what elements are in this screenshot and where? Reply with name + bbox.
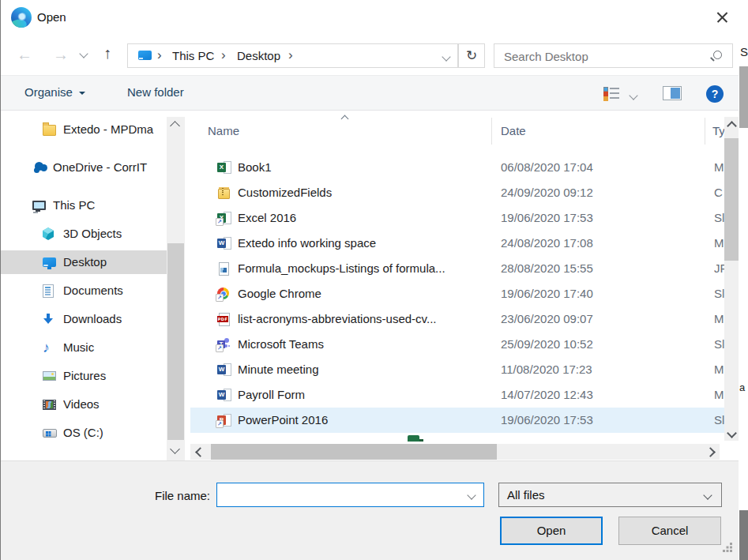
file-name-combobox[interactable] — [216, 483, 484, 507]
file-name: Book1 — [238, 160, 272, 174]
file-row-6[interactable]: Google Chrome 19/06/2020 17:40 Sl — [190, 281, 724, 306]
file-date: 14/07/2020 12:43 — [501, 388, 593, 401]
help-icon[interactable]: ? — [706, 85, 724, 103]
sidebar-item-documents[interactable]: Documents — [1, 279, 167, 303]
file-date: 24/09/2020 09:12 — [501, 186, 593, 199]
file-type-chevron-icon — [703, 490, 712, 499]
search-icon[interactable] — [713, 51, 722, 59]
address-dropdown-chevron-icon[interactable] — [442, 52, 450, 61]
background-text-fragment: S — [740, 45, 748, 58]
column-header-name[interactable]: Name — [208, 124, 239, 137]
file-type: C — [714, 186, 725, 199]
file-type: Sl — [714, 337, 725, 351]
music-icon — [43, 341, 54, 354]
view-mode-icon[interactable] — [603, 86, 620, 101]
file-name: Formula_mockups-Listings of formula... — [238, 261, 445, 275]
open-button[interactable]: Open — [500, 517, 603, 545]
dialog-title: Open — [37, 10, 66, 24]
new-folder-button[interactable]: New folder — [127, 85, 184, 99]
os-drive-icon — [43, 429, 57, 438]
column-divider[interactable] — [705, 118, 705, 145]
organise-caret-icon — [79, 92, 85, 95]
word-doc-icon — [217, 237, 231, 250]
sidebar-item-pictures[interactable]: Pictures — [1, 364, 167, 388]
refresh-button[interactable]: ↻ — [458, 43, 485, 68]
up-button[interactable]: ↑ — [103, 45, 111, 61]
list-horizontal-scrollbar-thumb[interactable] — [211, 444, 497, 460]
sidebar-item-os-c[interactable]: OS (C:) — [1, 421, 167, 445]
file-name-label: File name: — [96, 489, 210, 502]
file-row-7[interactable]: list-acronyms-abbreviations-used-cv... 2… — [190, 306, 724, 332]
command-bar: Organise New folder ? — [1, 75, 739, 111]
pdf-file-icon — [217, 313, 231, 325]
file-row-5[interactable]: Formula_mockups-Listings of formula... 2… — [190, 256, 724, 281]
zip-folder-icon — [217, 186, 231, 199]
breadcrumb-separator: › — [221, 47, 226, 63]
sidebar-item-videos[interactable]: Videos — [1, 393, 167, 416]
column-header-type[interactable]: Ty — [712, 124, 725, 137]
search-input[interactable] — [502, 47, 703, 66]
word-doc-icon — [217, 389, 231, 401]
shortcut-arrow-icon — [216, 344, 224, 352]
videos-icon — [43, 400, 56, 410]
chrome-icon — [217, 288, 231, 300]
breadcrumb-separator: › — [157, 47, 162, 63]
teams-icon — [217, 338, 231, 351]
file-row-8[interactable]: Microsoft Teams 25/09/2020 10:52 Sl — [190, 332, 724, 357]
preview-pane-icon[interactable] — [663, 86, 682, 100]
sidebar-item-extedo-mpdma[interactable]: Extedo - MPDma — [1, 118, 167, 141]
file-type: JF — [714, 261, 725, 275]
file-row-11[interactable]: PowerPoint 2016 19/06/2020 17:53 Sl — [190, 408, 724, 433]
resize-grip[interactable] — [723, 543, 734, 554]
search-box[interactable] — [494, 43, 733, 68]
recent-locations-chevron-icon[interactable] — [79, 49, 88, 58]
background-text-fragment: a — [739, 381, 745, 393]
sidebar-item-3d-objects[interactable]: 3D Objects — [1, 222, 167, 246]
sidebar-item-onedrive-corrit[interactable]: OneDrive - CorrIT — [1, 156, 167, 179]
file-name: CustomizedFields — [238, 186, 332, 199]
file-type: Sl — [714, 211, 725, 224]
column-divider[interactable] — [491, 118, 492, 145]
file-date: 23/06/2020 09:07 — [501, 312, 593, 325]
list-vertical-scrollbar-thumb[interactable] — [724, 138, 739, 261]
file-row-3[interactable]: Excel 2016 19/06/2020 17:53 Sl — [190, 205, 724, 231]
cancel-button[interactable]: Cancel — [618, 517, 721, 545]
sidebar-scrollbar-thumb[interactable] — [167, 243, 184, 440]
background-window-strip: S a — [739, 0, 748, 560]
file-type: M — [714, 312, 725, 325]
back-button[interactable]: ← — [17, 47, 32, 62]
file-row-2[interactable]: CustomizedFields 24/09/2020 09:12 C — [190, 180, 724, 205]
column-header-date[interactable]: Date — [501, 124, 526, 137]
shortcut-arrow-icon — [216, 294, 224, 302]
file-date: 24/08/2020 17:08 — [501, 236, 593, 250]
file-row-1[interactable]: Book1 06/08/2020 17:04 M — [190, 155, 724, 180]
file-row-4[interactable]: Extedo info working space 24/08/2020 17:… — [190, 231, 724, 256]
close-icon[interactable] — [711, 7, 733, 28]
sidebar-item-downloads[interactable]: Downloads — [1, 307, 167, 331]
sidebar-item-music[interactable]: Music — [1, 336, 167, 359]
file-row-9[interactable]: Minute meeting 11/08/2020 17:23 M — [190, 357, 724, 382]
forward-button[interactable]: → — [53, 47, 69, 62]
file-type: M — [714, 160, 725, 174]
file-name-dropdown-chevron-icon[interactable] — [467, 490, 475, 499]
file-row-10[interactable]: Payroll Form 14/07/2020 12:43 M — [190, 382, 724, 408]
desktop-icon — [43, 257, 56, 267]
file-name: list-acronyms-abbreviations-used-cv... — [238, 312, 436, 325]
breadcrumb-desktop[interactable]: Desktop — [237, 49, 280, 62]
documents-icon — [43, 284, 54, 298]
address-bar[interactable]: › This PC › Desktop › — [127, 43, 458, 68]
sidebar-item-this-pc[interactable]: This PC — [1, 194, 167, 217]
breadcrumb-separator: › — [288, 47, 293, 63]
view-mode-chevron-icon[interactable] — [629, 91, 637, 100]
file-type: M — [714, 236, 725, 250]
shortcut-arrow-icon — [216, 420, 224, 428]
organise-menu-button[interactable]: Organise — [24, 85, 85, 99]
file-name: Microsoft Teams — [238, 337, 324, 351]
file-type-select[interactable]: All files — [498, 483, 722, 507]
breadcrumb-this-pc[interactable]: This PC — [172, 49, 214, 62]
partially-visible-file-icon — [406, 434, 423, 442]
file-name-input[interactable] — [224, 486, 464, 506]
sidebar-item-desktop[interactable]: Desktop — [1, 250, 167, 274]
edge-logo-icon — [11, 7, 32, 28]
onedrive-icon — [32, 161, 49, 172]
